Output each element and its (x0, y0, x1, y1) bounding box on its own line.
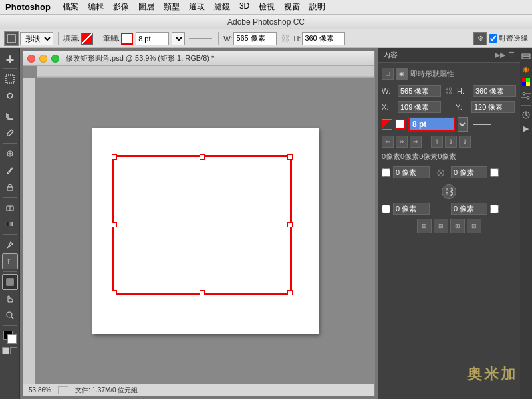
menu-image[interactable]: 影像 (109, 0, 133, 14)
action-btn-4[interactable]: ⊡ (467, 219, 481, 233)
tool-lasso[interactable] (2, 88, 18, 104)
fill-swatch[interactable] (81, 33, 93, 45)
align-edges-label[interactable]: 對齊邊緣 (489, 33, 528, 43)
action-btn-3[interactable]: ⊠ (450, 219, 465, 233)
live-shape-icon-2[interactable]: ◉ (396, 68, 408, 80)
handle-top-left[interactable] (112, 154, 117, 160)
handle-mid-right[interactable] (287, 222, 293, 227)
stroke-size-highlighted-dropdown[interactable]: ▼ (458, 117, 468, 132)
menu-edit[interactable]: 編輯 (84, 0, 108, 14)
align-left-btn[interactable]: ⇐ (382, 136, 394, 148)
win-maximize-button[interactable] (51, 55, 59, 63)
panel-title: 內容 (383, 50, 398, 60)
menu-filter[interactable]: 濾鏡 (210, 0, 234, 14)
link-corners-icon[interactable]: ⊗ (432, 164, 448, 180)
corner-bl-checkbox[interactable] (382, 205, 390, 213)
stroke-size-input[interactable] (136, 32, 169, 45)
prop-height-input[interactable] (473, 85, 516, 97)
link-wh-icon[interactable]: ⛓ (444, 86, 454, 96)
height-input[interactable] (302, 32, 345, 45)
strip-history-icon[interactable] (521, 110, 531, 120)
tool-heal[interactable] (2, 146, 18, 162)
corner-tr-input[interactable] (451, 166, 487, 178)
handle-bottom-left[interactable] (112, 290, 117, 295)
doc-content[interactable] (23, 66, 374, 384)
titlebar: Adobe Photoshop CC (0, 15, 532, 29)
handle-top-mid[interactable] (200, 154, 205, 160)
action-btn-2[interactable]: ⊟ (434, 219, 448, 233)
red-rectangle[interactable] (112, 155, 292, 295)
menu-view[interactable]: 檢視 (255, 0, 279, 14)
strip-layers-icon[interactable] (521, 51, 531, 61)
arrange-icon[interactable]: ⚙ (473, 32, 487, 45)
menu-window[interactable]: 視窗 (280, 0, 304, 14)
tool-brush[interactable] (2, 162, 18, 178)
tool-zoom[interactable] (2, 307, 18, 323)
handle-top-right[interactable] (287, 154, 293, 160)
align-right-btn[interactable]: ⇒ (410, 136, 422, 148)
tool-crop[interactable] (2, 108, 18, 124)
tool-stamp[interactable] (2, 179, 18, 195)
corner-br-input[interactable] (451, 203, 487, 215)
zoom-info-button[interactable] (58, 386, 68, 394)
tool-hand[interactable] (2, 291, 18, 307)
strip-actions-icon[interactable]: ▶ (521, 123, 531, 134)
align-middle-btn[interactable]: ⇕ (445, 136, 457, 148)
strip-adjustments-icon[interactable] (521, 90, 531, 101)
align-edges-checkbox[interactable] (489, 34, 497, 43)
corner-bl-input[interactable] (393, 203, 430, 215)
menu-layer[interactable]: 圖層 (134, 0, 158, 14)
win-minimize-button[interactable] (39, 55, 47, 63)
panel-menu-icon[interactable]: ☰ (508, 51, 515, 59)
tool-gradient[interactable] (2, 216, 18, 232)
menu-type[interactable]: 類型 (160, 0, 184, 14)
align-bottom-btn[interactable]: ⇓ (459, 136, 471, 148)
action-btn-1[interactable]: ⊞ (417, 219, 432, 233)
tool-text[interactable]: T (2, 253, 18, 269)
win-close-button[interactable] (27, 55, 35, 63)
align-top-btn[interactable]: ⇑ (431, 136, 443, 148)
stroke-size-dropdown[interactable]: ▼ (172, 32, 185, 45)
menu-file[interactable]: 檔案 (59, 0, 82, 14)
corner-tl-input[interactable] (393, 166, 430, 178)
tool-move[interactable] (2, 51, 18, 66)
tool-eyedropper[interactable] (2, 125, 18, 141)
tool-marquee[interactable] (2, 71, 18, 87)
handle-bottom-right[interactable] (287, 290, 293, 295)
wh-row: W: ⛓ H: (382, 85, 516, 97)
tool-shape[interactable] (2, 274, 18, 290)
link-wh-icon[interactable]: ⛓ (279, 33, 291, 43)
shape-type-select[interactable]: 形狀 (20, 32, 53, 45)
stroke-fill-swatch[interactable] (382, 119, 392, 130)
prop-y-input[interactable] (471, 101, 515, 113)
align-center-btn[interactable]: ⇔ (396, 136, 408, 148)
link-all-corners-btn[interactable]: ⛓ (442, 184, 456, 199)
handle-bottom-mid[interactable] (200, 290, 205, 295)
menu-help[interactable]: 說明 (305, 0, 329, 14)
live-shape-icon-1[interactable]: □ (382, 68, 394, 80)
prop-x-input[interactable] (398, 101, 441, 113)
corner-br-checkbox[interactable] (490, 205, 499, 213)
corner-tl-checkbox[interactable] (382, 168, 390, 177)
panel-expand-icon[interactable]: ▶▶ (495, 51, 505, 59)
width-input[interactable] (233, 32, 277, 45)
stroke-color-swatch[interactable] (395, 119, 406, 130)
stroke-size-highlighted-input[interactable] (408, 117, 455, 132)
stroke-swatch[interactable] (121, 33, 133, 45)
tool-eraser[interactable] (2, 200, 18, 215)
handle-mid-left[interactable] (112, 222, 117, 227)
prop-x-label: X: (382, 103, 395, 111)
svg-point-12 (7, 312, 12, 317)
standard-mode[interactable] (2, 347, 9, 354)
menu-select[interactable]: 選取 (185, 0, 209, 14)
background-color[interactable] (7, 334, 17, 344)
strip-swatches-icon[interactable] (521, 77, 531, 88)
quick-mask-mode[interactable] (10, 347, 17, 354)
menu-3d[interactable]: 3D (235, 0, 253, 14)
tool-pen[interactable] (2, 237, 18, 253)
stroke-line-preview (473, 124, 491, 125)
prop-width-input[interactable] (398, 85, 441, 97)
strip-color-icon[interactable]: ◉ (521, 64, 531, 74)
tool-mode-icon[interactable] (4, 31, 19, 46)
corner-tr-checkbox[interactable] (490, 168, 499, 177)
